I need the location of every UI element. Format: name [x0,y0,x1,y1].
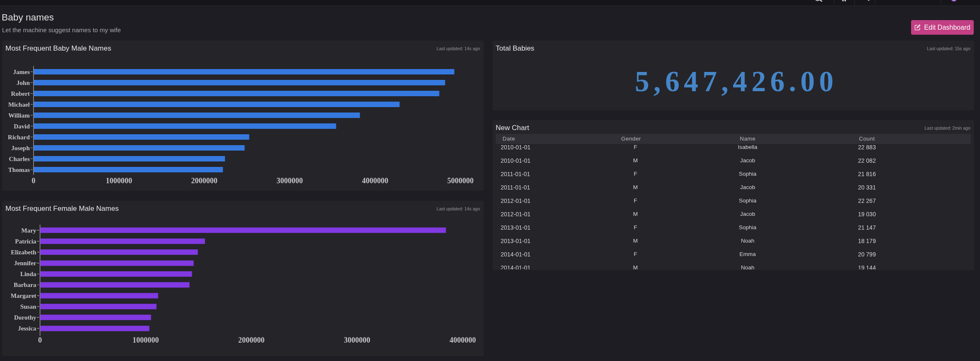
svg-text:2000000: 2000000 [191,177,218,185]
svg-text:Charles: Charles [9,156,30,162]
svg-text:1000000: 1000000 [106,177,132,185]
svg-text:4000000: 4000000 [449,336,476,344]
svg-text:John: John [17,79,30,86]
svg-text:Susan: Susan [20,303,36,310]
svg-text:Barbara: Barbara [14,282,37,288]
svg-text:3000000: 3000000 [344,336,370,344]
svg-text:David: David [14,123,30,130]
svg-text:0: 0 [38,336,42,344]
svg-text:Mary: Mary [21,227,36,233]
svg-text:Dorothy: Dorothy [14,314,37,320]
svg-text:1000000: 1000000 [132,336,159,344]
svg-text:Robert: Robert [11,90,30,97]
svg-text:2000000: 2000000 [238,336,264,344]
svg-text:Elizabeth: Elizabeth [11,248,36,255]
svg-text:Margaret: Margaret [10,292,36,299]
svg-text:Jennifer: Jennifer [14,260,36,266]
svg-text:4000000: 4000000 [362,177,388,185]
svg-text:Michael: Michael [8,101,30,108]
svg-text:Linda: Linda [20,271,36,277]
svg-text:James: James [13,69,30,75]
svg-text:5000000: 5000000 [447,177,474,185]
svg-text:William: William [8,112,30,119]
svg-text:Thomas: Thomas [8,166,30,173]
svg-text:3000000: 3000000 [277,177,303,185]
svg-text:Jessica: Jessica [18,325,37,332]
svg-text:0: 0 [32,177,36,185]
svg-text:Joseph: Joseph [11,145,30,151]
svg-text:Richard: Richard [8,134,30,141]
svg-text:Patricia: Patricia [15,238,36,244]
